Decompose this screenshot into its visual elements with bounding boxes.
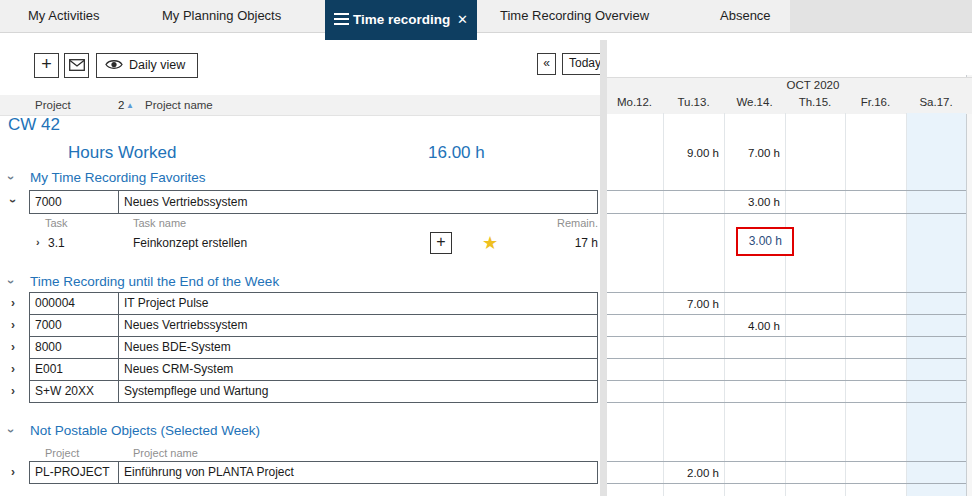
project-name-cell[interactable]: Systempflege und Wartung bbox=[118, 380, 598, 403]
task-remaining-hours: 17 h bbox=[500, 231, 598, 255]
favorite-star-icon[interactable]: ★ bbox=[482, 231, 498, 255]
grid-column-line bbox=[785, 113, 786, 496]
task-table-header: Task Task name Remain. bbox=[0, 216, 600, 230]
grid-row-line bbox=[607, 213, 966, 214]
tab-bar: My Activities My Planning Objects Time R… bbox=[0, 0, 972, 33]
chevron-right-icon[interactable]: › bbox=[11, 384, 15, 398]
project-code-cell[interactable]: 8000 bbox=[29, 336, 119, 359]
project-name-cell[interactable]: IT Project Pulse bbox=[118, 292, 598, 315]
highlighted-time-entry-cell[interactable]: 3.00 h bbox=[736, 227, 794, 256]
eye-icon bbox=[105, 58, 123, 71]
task-row: › 3.1 Feinkonzept erstellen + ★ 17 h bbox=[0, 231, 600, 255]
time-recording-window: My Activities My Planning Objects Time R… bbox=[0, 0, 972, 496]
time-entry-cell[interactable]: 3.00 h bbox=[724, 191, 785, 213]
scrollbar-border bbox=[966, 75, 967, 496]
daily-view-label: Daily view bbox=[129, 54, 185, 76]
calendar-month-label: OCT 2020 bbox=[607, 79, 972, 95]
project-code-cell[interactable]: 000004 bbox=[29, 292, 119, 315]
chevron-right-icon[interactable]: › bbox=[36, 236, 40, 248]
tab-absence[interactable]: Absence bbox=[720, 0, 771, 32]
time-entry-cell[interactable]: 2.00 h bbox=[663, 462, 724, 484]
project-row: › 8000 Neues BDE-System bbox=[0, 336, 600, 359]
today-button-label: Today bbox=[563, 54, 603, 73]
project-name-cell[interactable]: Neues CRM-System bbox=[118, 358, 598, 381]
project-code-cell[interactable]: PL-PROJECT bbox=[29, 461, 119, 484]
close-icon[interactable]: ✕ bbox=[457, 0, 468, 40]
project-code-cell[interactable]: E001 bbox=[29, 358, 119, 381]
day-header-we: We.14. bbox=[724, 96, 785, 111]
chevron-right-icon[interactable]: › bbox=[11, 318, 15, 332]
time-entry-cell[interactable]: 4.00 h bbox=[724, 315, 785, 337]
tab-my-planning-objects[interactable]: My Planning Objects bbox=[162, 0, 281, 32]
add-booking-button[interactable]: + bbox=[430, 232, 452, 254]
project-name-cell[interactable]: Neues Vertriebssystem bbox=[118, 314, 598, 337]
grid-row-line bbox=[607, 292, 966, 293]
tab-time-recording-overview[interactable]: Time Recording Overview bbox=[500, 0, 649, 32]
column-header-task: Task bbox=[45, 216, 68, 230]
menu-icon[interactable] bbox=[334, 13, 349, 26]
today-button[interactable]: Today bbox=[562, 53, 604, 75]
grid-column-line bbox=[906, 113, 907, 496]
column-header-remain: Remain. bbox=[500, 216, 598, 230]
hours-worked-total: 16.00 h bbox=[428, 141, 485, 165]
plus-icon: + bbox=[35, 54, 58, 75]
project-row: › PL-PROJECT Einführung von PLANTA Proje… bbox=[0, 461, 600, 484]
tab-time-recording[interactable]: Time recording ✕ bbox=[325, 0, 477, 40]
grid-row-line bbox=[607, 190, 966, 191]
day-header-th: Th.15. bbox=[785, 96, 845, 111]
menu-icon-bar bbox=[334, 13, 349, 15]
section-favorites-title: My Time Recording Favorites bbox=[30, 168, 206, 188]
project-code-cell[interactable]: 7000 bbox=[29, 314, 119, 337]
chevron-down-icon[interactable]: › bbox=[1, 176, 21, 180]
grid-column-line bbox=[724, 113, 725, 496]
column-header-project-name: Project name bbox=[133, 446, 198, 460]
mail-button[interactable] bbox=[64, 53, 89, 78]
sort-indicator-number: 2 bbox=[118, 95, 124, 115]
menu-icon-bar bbox=[334, 18, 349, 20]
grid-row-line bbox=[607, 336, 966, 337]
add-button[interactable]: + bbox=[34, 53, 59, 78]
calendar-week-label: CW 42 bbox=[8, 115, 60, 135]
grid-row-line bbox=[607, 483, 966, 484]
plus-icon: + bbox=[431, 233, 451, 250]
tab-my-activities[interactable]: My Activities bbox=[28, 0, 100, 32]
daily-view-button[interactable]: Daily view bbox=[96, 53, 198, 78]
project-name-cell[interactable]: Neues BDE-System bbox=[118, 336, 598, 359]
chevron-right-icon[interactable]: › bbox=[11, 296, 15, 310]
task-name: Feinkonzept erstellen bbox=[133, 231, 247, 255]
day-header-tu: Tu.13. bbox=[663, 96, 724, 111]
tab-bar-overflow-area bbox=[790, 0, 972, 32]
project-name-cell[interactable]: Einführung von PLANTA Project bbox=[118, 461, 598, 484]
project-table-header: Project 2 ▲ Project name bbox=[0, 95, 600, 116]
chevron-down-icon[interactable]: › bbox=[1, 429, 21, 433]
previous-week-button[interactable]: « bbox=[537, 53, 556, 75]
day-header-mo: Mo.12. bbox=[606, 96, 663, 111]
panel-divider bbox=[600, 40, 607, 496]
chevron-right-icon[interactable]: › bbox=[11, 362, 15, 376]
day-header-sa: Sa.17. bbox=[906, 96, 966, 111]
column-header-project[interactable]: Project bbox=[35, 95, 71, 115]
scrollbar-track[interactable] bbox=[967, 75, 972, 496]
section-not-postable[interactable]: › Not Postable Objects (Selected Week) bbox=[0, 421, 600, 441]
chevron-down-icon[interactable]: › bbox=[1, 280, 21, 284]
time-entry-cell[interactable]: 7.00 h bbox=[663, 293, 724, 315]
project-name-cell[interactable]: Neues Vertriebssystem bbox=[118, 190, 598, 214]
grid-row-line bbox=[607, 380, 966, 381]
section-week-recording[interactable]: › Time Recording until the End of the We… bbox=[0, 272, 600, 292]
hours-worked-day-value: 7.00 h bbox=[724, 142, 785, 164]
section-favorites[interactable]: › My Time Recording Favorites bbox=[0, 168, 600, 188]
section-week-recording-title: Time Recording until the End of the Week bbox=[30, 272, 279, 292]
chevron-right-icon[interactable]: › bbox=[11, 340, 15, 354]
project-code-cell[interactable]: S+W 20XX bbox=[29, 380, 119, 403]
weekend-column-background bbox=[906, 113, 966, 496]
column-header-task-name: Task name bbox=[133, 216, 186, 230]
chevron-right-icon[interactable]: › bbox=[11, 465, 15, 479]
sort-ascending-icon[interactable]: ▲ bbox=[126, 96, 134, 116]
chevron-down-icon[interactable]: › bbox=[6, 199, 20, 203]
hours-worked-day-value: 9.00 h bbox=[663, 142, 724, 164]
task-id: 3.1 bbox=[48, 231, 65, 255]
grid-row-line bbox=[607, 314, 966, 315]
project-row: › 000004 IT Project Pulse bbox=[0, 292, 600, 315]
column-header-project-name[interactable]: Project name bbox=[145, 95, 213, 115]
project-code-cell[interactable]: 7000 bbox=[29, 190, 119, 214]
